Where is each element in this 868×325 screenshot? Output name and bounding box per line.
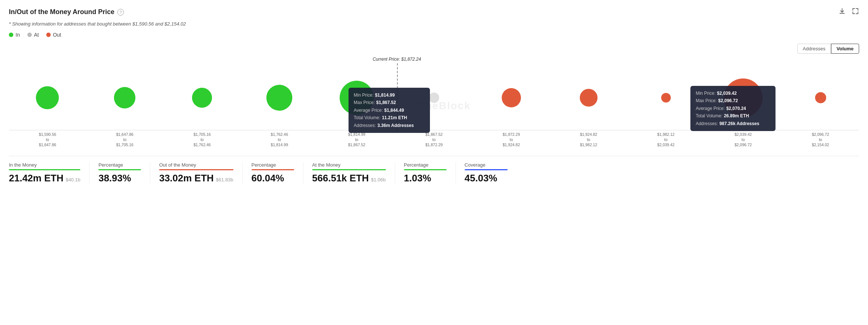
legend: In At Out [9, 32, 859, 38]
bubble-7 [580, 89, 598, 107]
x-label-10: $2,096.72to$2,154.02 [782, 130, 859, 148]
in-dot [9, 33, 13, 37]
x-label-5: $1,867.52to$1,872.29 [396, 130, 473, 148]
stat-label-pct-out: Percentage [252, 162, 294, 168]
header: In/Out of the Money Around Price ? [9, 7, 859, 17]
stat-value-in: 21.42m ETH [9, 172, 63, 184]
x-label-3: $1,762.46to$1,814.99 [241, 130, 318, 148]
bubble-1 [114, 87, 135, 108]
legend-item-in: In [9, 32, 20, 38]
stat-out-the-money: Out of the Money 33.02m ETH $61.83b [159, 162, 242, 184]
tt1-min-val: $1,814.99 [375, 91, 394, 99]
bubble-3 [266, 85, 292, 111]
help-icon[interactable]: ? [117, 9, 124, 16]
x-label-7: $1,924.82to$1,982.12 [550, 130, 627, 148]
stat-label-in: In the Money [9, 162, 80, 168]
bubble-col-8 [627, 66, 704, 130]
stat-label-at: At the Money [312, 162, 386, 168]
volume-button[interactable]: Volume [831, 44, 859, 54]
legend-item-out: Out [46, 32, 61, 38]
stat-pct-in: Percentage 38.93% [98, 162, 150, 184]
x-label-8: $1,982.12to$2,039.42 [627, 130, 704, 148]
bubble-col-7 [550, 66, 627, 130]
legend-label-at: At [34, 32, 39, 38]
bubble-col-6 [472, 66, 550, 130]
bubble-col-10 [782, 66, 859, 130]
x-label-6: $1,872.29to$1,924.82 [472, 130, 550, 148]
stat-label-out: Out of the Money [159, 162, 233, 168]
out-dot [46, 33, 51, 37]
stat-underline-in [9, 169, 80, 170]
stat-underline-at [312, 169, 386, 170]
x-label-1: $1,647.86to$1,705.16 [86, 130, 164, 148]
x-axis: $1,590.56to$1,647.86 $1,647.86to$1,705.1… [9, 130, 859, 153]
chart-area: TheBlock Current Price: $1,872.24 [9, 57, 859, 153]
stat-value-coverage: 45.03% [465, 172, 497, 184]
bubble-col-0 [9, 66, 86, 130]
stat-at-the-money: At the Money 566.51k ETH $1.06b [312, 162, 395, 184]
stat-sub-in: $40.1b [65, 177, 80, 182]
header-icons [838, 7, 859, 17]
bubble-8 [661, 93, 671, 103]
bubble-10 [815, 92, 826, 103]
bubble-0 [36, 86, 59, 109]
stat-label-coverage: Coverage [465, 162, 508, 168]
stat-value-at: 566.51k ETH [312, 172, 369, 184]
bubble-col-9: Min Price:$2,039.42 Max Price:$2,096.72 … [704, 66, 782, 130]
tt1-vol-label: Total Volume: [354, 114, 380, 121]
stat-value-pct-at: 1.03% [404, 172, 431, 184]
download-icon[interactable] [838, 7, 846, 17]
addresses-button[interactable]: Addresses [797, 44, 831, 54]
stat-value-pct-out: 60.04% [252, 172, 284, 184]
x-label-4: $1,814.99to$1,867.52 [318, 130, 396, 148]
stat-in-the-money: In the Money 21.42m ETH $40.1b [9, 162, 90, 184]
tt1-addr-label: Addresses: [354, 122, 376, 129]
bubble-col-5 [396, 66, 473, 130]
bubble-6 [502, 88, 521, 107]
bubble-col-1 [86, 66, 164, 130]
x-label-2: $1,705.16to$1,762.46 [164, 130, 241, 148]
controls: Addresses Volume [9, 44, 859, 54]
stat-underline-pct-out [252, 169, 294, 170]
bubble-2 [192, 88, 212, 108]
header-left: In/Out of the Money Around Price ? [9, 8, 124, 16]
x-label-0: $1,590.56to$1,647.86 [9, 130, 86, 148]
stat-sub-out: $61.83b [216, 177, 233, 182]
bubble-5 [429, 93, 439, 103]
stat-sub-at: $1.06b [371, 177, 386, 182]
stats-row: In the Money 21.42m ETH $40.1b Percentag… [9, 156, 859, 184]
stat-value-pct-in: 38.93% [98, 172, 131, 184]
bubble-col-4: Min Price:$1,814.99 Max Price:$1,867.52 … [318, 66, 396, 130]
page-title: In/Out of the Money Around Price [9, 8, 114, 16]
stat-label-pct-at: Percentage [404, 162, 447, 168]
stat-underline-pct-in [98, 169, 141, 170]
stat-underline-pct-at [404, 169, 447, 170]
legend-label-in: In [16, 32, 20, 38]
stat-value-out: 33.02m ETH [159, 172, 213, 184]
legend-item-at: At [27, 32, 39, 38]
main-container: In/Out of the Money Around Price ? * Sho… [0, 0, 868, 191]
current-price-label: Current Price: $1,872.24 [373, 57, 421, 62]
stat-underline-out [159, 169, 233, 170]
tt1-max-val: $1,867.52 [376, 99, 396, 106]
tt2-addr-val: 987.26k Addresses [719, 120, 759, 127]
bubble-col-2 [164, 66, 241, 130]
at-dot [27, 33, 32, 37]
stat-pct-out: Percentage 60.04% [252, 162, 303, 184]
stat-coverage: Coverage 45.03% [465, 162, 517, 184]
bubble-9 [724, 78, 763, 117]
bubbles-row: Min Price:$1,814.99 Max Price:$1,867.52 … [9, 66, 859, 130]
bubble-4 [340, 81, 374, 115]
legend-label-out: Out [53, 32, 61, 38]
x-label-9: $2,039.42to$2,096.72 [704, 130, 782, 148]
subtitle: * Showing information for addresses that… [9, 21, 859, 27]
expand-icon[interactable] [852, 7, 859, 17]
stat-label-pct-in: Percentage [98, 162, 141, 168]
stat-pct-at: Percentage 1.03% [404, 162, 456, 184]
stat-underline-coverage [465, 169, 508, 170]
bubble-col-3 [241, 66, 318, 130]
